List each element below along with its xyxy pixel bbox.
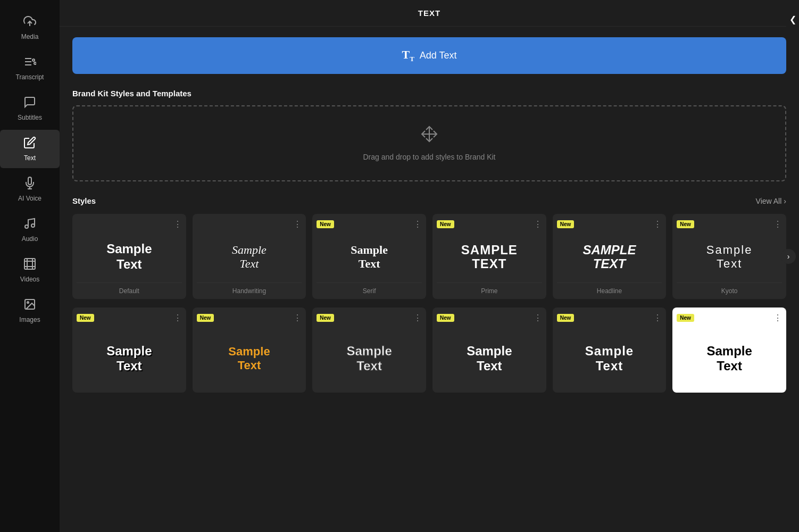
ai-voice-icon <box>23 177 36 192</box>
chevron-left-icon: ❮ <box>789 14 796 24</box>
style-card-row2-5-menu[interactable]: ⋮ <box>653 314 662 322</box>
row2-1-new-badge: New <box>77 314 94 322</box>
style-card-row2-3[interactable]: New ⋮ SampleText <box>312 307 426 393</box>
sidebar: Media Transcript Subtitles <box>0 0 60 532</box>
text-panel: TEXT TT Add Text Brand Kit Styles and Te… <box>60 0 799 532</box>
card-top-row2-2: New ⋮ <box>197 314 302 322</box>
styles-section: Styles View All › ⋮ SampleT <box>72 196 786 393</box>
styles-grid-row1: ⋮ SampleText Default ⋮ <box>72 214 786 299</box>
row2-5-new-badge: New <box>557 314 575 322</box>
style-card-prime[interactable]: New ⋮ SAMPLETEXT Prime <box>432 214 546 299</box>
style-card-default[interactable]: ⋮ SampleText Default <box>72 214 186 299</box>
style-card-headline[interactable]: New ⋮ SAMPLETEXT Headline <box>553 214 667 299</box>
chevron-right-icon: › <box>784 197 786 205</box>
style-card-handwriting[interactable]: ⋮ SampleText Handwriting <box>193 214 306 299</box>
style-card-row2-4-menu[interactable]: ⋮ <box>534 314 542 322</box>
sidebar-item-transcript[interactable]: Transcript <box>0 49 60 87</box>
panel-collapse-button[interactable]: ❮ <box>786 9 799 30</box>
audio-icon <box>23 217 36 232</box>
style-card-prime-preview: SAMPLETEXT <box>437 231 542 282</box>
svg-point-5 <box>34 62 36 64</box>
images-icon <box>23 298 36 313</box>
style-card-row2-3-preview: SampleText <box>317 325 422 393</box>
add-text-button[interactable]: TT Add Text <box>72 37 786 74</box>
sidebar-item-media-label: Media <box>21 33 39 40</box>
style-card-kyoto-menu[interactable]: ⋮ <box>773 220 782 229</box>
sidebar-item-videos-label: Videos <box>20 276 39 283</box>
sidebar-item-subtitles-label: Subtitles <box>18 114 42 121</box>
style-card-row2-2[interactable]: New ⋮ SampleText <box>193 307 306 393</box>
drag-drop-icon <box>421 126 438 146</box>
drag-drop-text: Drag and drop to add styles to Brand Kit <box>363 153 495 161</box>
subtitles-icon <box>23 96 36 111</box>
sidebar-item-media[interactable]: Media <box>0 9 60 47</box>
sidebar-item-audio-label: Audio <box>22 235 38 243</box>
card-top-row2-6: New ⋮ <box>677 314 782 322</box>
style-card-row2-1-preview: SampleText <box>77 325 182 393</box>
style-card-kyoto[interactable]: New ⋮ SampleText Kyoto <box>672 214 786 299</box>
sidebar-item-videos[interactable]: Videos <box>0 251 60 289</box>
panel-content: TT Add Text Brand Kit Styles and Templat… <box>60 27 799 532</box>
sidebar-item-ai-voice[interactable]: AI Voice <box>0 170 60 209</box>
style-card-row2-3-menu[interactable]: ⋮ <box>413 314 422 322</box>
style-card-serif-label: Serif <box>317 282 422 299</box>
card-top-row2-5: New ⋮ <box>557 314 662 322</box>
svg-point-9 <box>31 224 35 227</box>
sidebar-item-text[interactable]: Text <box>0 130 60 168</box>
style-card-row2-5-preview: SampleText <box>557 325 662 393</box>
style-card-row2-6-menu[interactable]: ⋮ <box>773 314 782 322</box>
style-card-handwriting-menu[interactable]: ⋮ <box>293 220 302 229</box>
styles-header: Styles View All › <box>72 196 786 205</box>
transcript-icon <box>23 55 36 70</box>
style-card-row2-2-preview: SampleText <box>197 325 302 393</box>
style-card-default-label: Default <box>77 282 182 299</box>
card-top-row2-1: New ⋮ <box>77 314 182 322</box>
view-all-button[interactable]: View All › <box>756 197 786 205</box>
serif-new-badge: New <box>317 220 334 228</box>
style-card-serif[interactable]: New ⋮ SampleText Serif <box>312 214 426 299</box>
sidebar-item-ai-voice-label: AI Voice <box>18 195 41 202</box>
style-card-default-menu[interactable]: ⋮ <box>173 220 182 229</box>
style-card-headline-preview: SAMPLETEXT <box>557 231 662 282</box>
card-top-serif: New ⋮ <box>317 220 422 229</box>
sidebar-item-images[interactable]: Images <box>0 292 60 330</box>
text-format-icon: TT <box>402 48 414 63</box>
style-card-row2-4-preview: SampleText <box>437 325 542 393</box>
row2-2-new-badge: New <box>197 314 214 322</box>
row2-3-new-badge: New <box>317 314 334 322</box>
style-card-serif-preview: SampleText <box>317 231 422 282</box>
style-card-row2-2-menu[interactable]: ⋮ <box>293 314 302 322</box>
style-card-kyoto-label: Kyoto <box>677 282 782 299</box>
style-card-row2-4[interactable]: New ⋮ SampleText <box>432 307 546 393</box>
brand-kit-dropzone[interactable]: Drag and drop to add styles to Brand Kit <box>72 105 786 181</box>
style-card-prime-menu[interactable]: ⋮ <box>534 220 542 229</box>
row2-6-new-badge: New <box>677 314 694 322</box>
styles-scroll-right-button[interactable]: › <box>781 249 796 264</box>
style-card-row2-5[interactable]: New ⋮ SampleText <box>553 307 667 393</box>
styles-section-title: Styles <box>72 196 96 205</box>
sidebar-item-text-label: Text <box>24 154 36 162</box>
sidebar-item-subtitles[interactable]: Subtitles <box>0 89 60 128</box>
svg-point-8 <box>25 225 28 228</box>
kyoto-new-badge: New <box>677 220 694 228</box>
style-card-row2-1[interactable]: New ⋮ SampleText <box>72 307 186 393</box>
style-card-kyoto-preview: SampleText <box>677 231 782 282</box>
card-top-prime: New ⋮ <box>437 220 542 229</box>
card-top-row2-4: New ⋮ <box>437 314 542 322</box>
style-card-row2-1-menu[interactable]: ⋮ <box>173 314 182 322</box>
svg-point-16 <box>27 302 29 303</box>
prime-new-badge: New <box>437 220 454 228</box>
sidebar-item-audio[interactable]: Audio <box>0 211 60 249</box>
brand-kit-section: Brand Kit Styles and Templates Drag and … <box>72 89 786 181</box>
style-card-headline-menu[interactable]: ⋮ <box>653 220 662 229</box>
style-card-row2-6-preview: SampleText <box>677 325 782 393</box>
style-card-serif-menu[interactable]: ⋮ <box>413 220 422 229</box>
card-top-row2-3: New ⋮ <box>317 314 422 322</box>
svg-rect-10 <box>24 259 35 269</box>
brand-kit-title: Brand Kit Styles and Templates <box>72 89 786 98</box>
style-card-handwriting-preview: SampleText <box>197 231 302 282</box>
headline-new-badge: New <box>557 220 575 228</box>
styles-grid-row2: New ⋮ SampleText New ⋮ <box>72 307 786 393</box>
style-card-row2-6[interactable]: New ⋮ SampleText <box>672 307 786 393</box>
sidebar-item-images-label: Images <box>19 316 40 323</box>
